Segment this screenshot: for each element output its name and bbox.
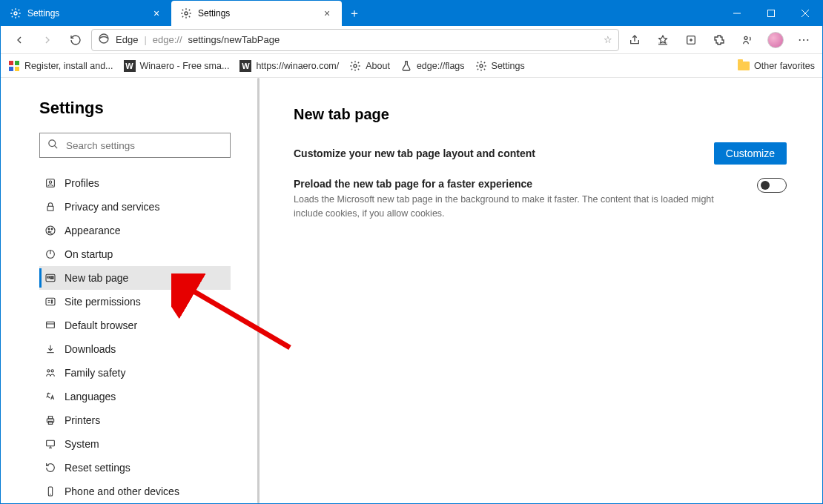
sidebar-item-site-permissions[interactable]: Site permissions — [39, 290, 231, 314]
search-input[interactable] — [66, 140, 222, 151]
sidebar-item-printers[interactable]: Printers — [39, 408, 231, 432]
reset-icon — [44, 461, 57, 474]
browser-tab-active[interactable]: Settings × — [171, 1, 342, 26]
sidebar-item-label: Printers — [65, 414, 100, 426]
url-scheme: edge:// — [153, 34, 182, 45]
minimize-button[interactable] — [720, 1, 754, 26]
read-aloud-button[interactable] — [735, 29, 760, 51]
back-button[interactable] — [7, 29, 32, 51]
svg-point-12 — [744, 36, 747, 39]
profile-icon — [44, 176, 57, 190]
sidebar-item-profiles[interactable]: Profiles — [39, 171, 231, 195]
customize-label: Customize your new tab page layout and c… — [294, 147, 699, 159]
svg-rect-39 — [47, 322, 55, 328]
sidebar-item-appearance[interactable]: Appearance — [39, 219, 231, 242]
collections-button[interactable] — [678, 29, 704, 51]
svg-rect-32 — [50, 276, 53, 277]
bookmark-item[interactable]: edge://flags — [400, 60, 465, 72]
svg-point-26 — [51, 228, 53, 230]
bookmark-item[interactable]: About — [349, 60, 390, 72]
bookmark-item[interactable]: W https://winaero.com/ — [239, 60, 339, 72]
bookmark-item[interactable]: Register, install and... — [8, 60, 113, 72]
svg-point-6 — [99, 34, 108, 43]
settings-main: New tab page Customize your new tab page… — [260, 78, 822, 503]
svg-point-42 — [51, 370, 53, 372]
sidebar-item-privacy-and-services[interactable]: Privacy and services — [39, 195, 231, 219]
settings-search[interactable] — [39, 133, 231, 158]
favorite-star-icon[interactable]: ☆ — [604, 34, 612, 45]
sidebar-item-phone-and-other-devices[interactable]: Phone and other devices — [39, 480, 231, 503]
svg-point-27 — [48, 231, 50, 233]
sidebar-item-label: System — [65, 438, 99, 450]
folder-icon — [738, 62, 750, 70]
refresh-button[interactable] — [63, 29, 88, 51]
search-icon — [47, 139, 59, 153]
address-bar[interactable]: Edge | edge://settings/newTabPage ☆ — [91, 29, 619, 51]
other-favorites-folder[interactable]: Other favorites — [738, 61, 815, 71]
sidebar-item-label: New tab page — [65, 272, 128, 284]
svg-rect-44 — [48, 417, 52, 419]
customize-button[interactable]: Customize — [714, 142, 787, 165]
url-path: settings/newTabPage — [188, 34, 280, 45]
svg-rect-3 — [768, 10, 775, 17]
share-button[interactable] — [622, 29, 647, 51]
newtab-icon — [44, 271, 57, 285]
svg-rect-33 — [50, 278, 53, 279]
sidebar-item-system[interactable]: System — [39, 432, 231, 456]
close-icon[interactable]: × — [321, 7, 333, 19]
svg-point-36 — [51, 300, 53, 302]
profile-avatar[interactable] — [763, 29, 788, 51]
preload-toggle[interactable] — [757, 178, 787, 193]
sidebar-item-languages[interactable]: Languages — [39, 385, 231, 408]
svg-point-0 — [14, 12, 17, 15]
close-icon[interactable]: × — [151, 7, 162, 19]
sidebar-item-new-tab-page[interactable]: New tab page — [39, 266, 231, 290]
svg-rect-14 — [15, 61, 19, 65]
forward-button[interactable] — [35, 29, 60, 51]
phone-icon — [44, 485, 57, 498]
sidebar-item-downloads[interactable]: Downloads — [39, 337, 231, 361]
sidebar-item-label: Default browser — [65, 319, 137, 331]
sidebar-item-family-safety[interactable]: Family safety — [39, 361, 231, 385]
extensions-button[interactable] — [707, 29, 732, 51]
more-button[interactable]: ⋯ — [791, 29, 816, 51]
title-bar: Settings × Settings × ＋ — [1, 1, 822, 26]
w-icon: W — [239, 60, 251, 72]
flask-icon — [400, 60, 412, 72]
settings-sidebar: Settings ProfilesPrivacy and servicesApp… — [1, 78, 257, 503]
svg-rect-15 — [9, 67, 13, 71]
sidebar-item-default-browser[interactable]: Default browser — [39, 314, 231, 337]
tab-label: Settings — [27, 8, 59, 19]
bookmark-item[interactable]: Settings — [475, 60, 525, 72]
sidebar-item-label: Reset settings — [65, 462, 130, 474]
sidebar-item-label: Phone and other devices — [65, 485, 179, 497]
svg-point-17 — [354, 64, 357, 67]
svg-rect-23 — [47, 206, 53, 210]
svg-point-24 — [46, 226, 55, 235]
lock-icon — [44, 200, 57, 213]
gear-icon — [180, 7, 192, 19]
permissions-icon — [44, 295, 57, 308]
sidebar-item-label: Languages — [65, 391, 116, 402]
bookmarks-bar: Register, install and... W Winaero - Fre… — [1, 54, 822, 78]
preload-label: Preload the new tab page for a faster ex… — [294, 178, 742, 190]
svg-rect-46 — [47, 440, 55, 445]
sidebar-item-label: On startup — [65, 248, 113, 260]
new-tab-button[interactable]: ＋ — [342, 1, 367, 26]
default-icon — [44, 319, 57, 332]
sidebar-item-label: Appearance — [65, 225, 121, 236]
svg-point-22 — [49, 181, 51, 183]
download-icon — [44, 342, 57, 356]
browser-tab-inactive[interactable]: Settings × — [1, 1, 171, 26]
window-close-button[interactable] — [788, 1, 822, 26]
favorites-button[interactable] — [650, 29, 675, 51]
sidebar-item-on-startup[interactable]: On startup — [39, 242, 231, 266]
maximize-button[interactable] — [754, 1, 788, 26]
bookmark-item[interactable]: W Winaero - Free sma... — [124, 60, 230, 72]
sidebar-item-reset-settings[interactable]: Reset settings — [39, 456, 231, 480]
svg-rect-13 — [9, 61, 13, 65]
sidebar-item-label: Profiles — [65, 177, 99, 189]
gear-icon — [349, 60, 361, 72]
svg-point-18 — [480, 64, 483, 67]
tab-label: Settings — [198, 8, 230, 19]
